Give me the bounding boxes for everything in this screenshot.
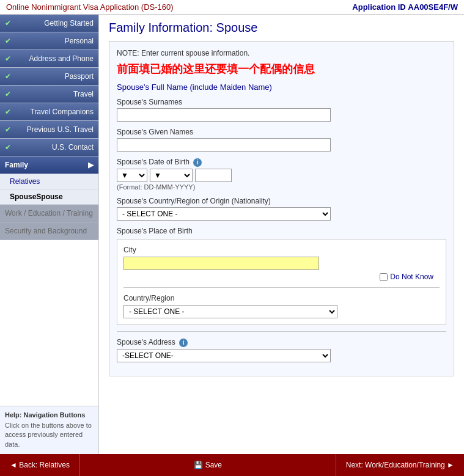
dob-month-select[interactable]: ▼ [150, 169, 193, 182]
main-layout: ✔ Getting Started ✔ Personal ✔ Address a… [0, 15, 464, 454]
help-text: Click on the buttons above to access pre… [5, 421, 94, 449]
sidebar-help: Help: Navigation Buttons Click on the bu… [0, 406, 98, 454]
sidebar-sub-label: Relatives [10, 177, 40, 186]
nationality-group: Spouse's Country/Region of Origin (Natio… [117, 197, 446, 221]
main-content: Family Information: Spouse NOTE: Enter c… [99, 15, 464, 454]
dob-row: ▼ ▼ [117, 169, 446, 182]
sidebar-item-getting-started[interactable]: ✔ Getting Started [0, 15, 98, 32]
page-title: Family Information: Spouse [109, 21, 454, 35]
sidebar-item-personal[interactable]: ✔ Personal [0, 32, 98, 50]
header: Online Nonimmigrant Visa Application (DS… [0, 0, 464, 15]
footer-nav: ◄ Back: Relatives 💾 Save Next: Work/Educ… [0, 454, 464, 476]
do-not-know-checkbox[interactable] [380, 273, 388, 281]
address-group: Spouse's Address i -SELECT ONE- [117, 338, 446, 362]
city-label: City [123, 246, 440, 254]
full-name-subtitle: Spouse's Full Name (include Maiden Name) [117, 82, 446, 92]
sidebar-sub-item-relatives[interactable]: Relatives [0, 174, 98, 189]
back-label: ◄ Back: Relatives [10, 461, 70, 469]
do-not-know-label: Do Not Know [390, 273, 433, 281]
check-icon: ✔ [5, 108, 11, 116]
nationality-label: Spouse's Country/Region of Origin (Natio… [117, 197, 446, 205]
address-select[interactable]: -SELECT ONE- [117, 349, 331, 362]
sidebar-item-label: Personal [65, 37, 94, 45]
dob-format: (Format: DD-MMM-YYYY) [117, 183, 446, 191]
sidebar-item-label: Previous U.S. Travel [27, 125, 94, 134]
save-icon: 💾 [194, 461, 203, 469]
check-icon: ✔ [5, 72, 11, 81]
check-icon: ✔ [5, 37, 11, 45]
given-names-group: Spouse's Given Names [117, 128, 446, 152]
sidebar-item-passport[interactable]: ✔ Passport [0, 68, 98, 86]
save-button[interactable]: 💾 Save [80, 461, 336, 469]
next-label: Next: Work/Education/Training ► [346, 461, 454, 469]
note-text: NOTE: Enter current spouse information. [117, 49, 446, 57]
sidebar-item-us-contact[interactable]: ✔ U.S. Contact [0, 139, 98, 156]
sidebar-item-label: Address and Phone [29, 54, 94, 63]
sidebar-item-travel[interactable]: ✔ Travel [0, 86, 98, 103]
sub-divider [123, 287, 440, 288]
sidebar-item-security-background: Security and Background [0, 222, 98, 240]
sidebar-item-label: U.S. Contact [52, 143, 94, 152]
nationality-select[interactable]: - SELECT ONE - [117, 207, 331, 221]
country-region-label: Country/Region [123, 294, 440, 302]
place-of-birth-label: Spouse's Place of Birth [117, 227, 446, 235]
header-app-id: Application ID AA00SE4F/W [352, 2, 458, 12]
header-title: Online Nonimmigrant Visa Application (DS… [6, 2, 174, 12]
back-button[interactable]: ◄ Back: Relatives [0, 454, 79, 476]
sidebar-item-work-education: Work / Education / Training [0, 205, 98, 222]
sidebar-disabled-label: Security and Background [5, 227, 87, 235]
app-id-label: Application ID [352, 2, 405, 12]
sidebar-item-address-phone[interactable]: ✔ Address and Phone [0, 50, 98, 68]
sidebar-item-label: Travel Companions [30, 108, 94, 116]
check-icon: ✔ [5, 143, 11, 152]
surnames-label: Spouse's Surnames [117, 98, 446, 106]
sidebar-sub-item-spouse[interactable]: SpouseSpouse [0, 189, 98, 205]
address-label: Spouse's Address i [117, 338, 446, 347]
app: Online Nonimmigrant Visa Application (DS… [0, 0, 464, 476]
given-names-label: Spouse's Given Names [117, 128, 446, 136]
sidebar-nav: ✔ Getting Started ✔ Personal ✔ Address a… [0, 15, 98, 400]
address-info-icon[interactable]: i [179, 339, 188, 347]
main-divider [117, 331, 446, 332]
place-of-birth-group: Spouse's Place of Birth City Do Not Know… [117, 227, 446, 325]
sidebar-disabled-label: Work / Education / Training [5, 209, 93, 218]
dob-day-select[interactable]: ▼ [117, 169, 147, 182]
sidebar-item-previous-us-travel[interactable]: ✔ Previous U.S. Travel [0, 121, 98, 139]
sidebar-item-label: Passport [65, 72, 94, 81]
dob-info-icon[interactable]: i [193, 158, 202, 167]
given-names-input[interactable] [117, 138, 331, 152]
do-not-know-row: Do Not Know [123, 273, 440, 281]
arrow-icon: ▶ [88, 161, 94, 169]
sidebar-item-label: Travel [73, 90, 94, 98]
dob-group: Spouse's Date of Birth i ▼ ▼ (Format: DD… [117, 158, 446, 191]
sidebar-sub-label: Spouse [10, 192, 36, 201]
check-icon: ✔ [5, 125, 11, 134]
surnames-group: Spouse's Surnames [117, 98, 446, 122]
surnames-input[interactable] [117, 108, 331, 122]
sidebar-sub-label-text: Spouse [36, 192, 62, 201]
country-region-select[interactable]: - SELECT ONE - [123, 305, 337, 318]
check-icon: ✔ [5, 54, 11, 63]
check-icon: ✔ [5, 19, 11, 27]
check-icon: ✔ [5, 90, 11, 98]
dob-label: Spouse's Date of Birth i [117, 158, 446, 167]
city-input[interactable] [123, 257, 319, 270]
app-id-value: AA00SE4F/W [408, 2, 458, 12]
sidebar-item-label: Getting Started [44, 19, 94, 27]
form-panel: NOTE: Enter current spouse information. … [109, 41, 454, 376]
sidebar: ✔ Getting Started ✔ Personal ✔ Address a… [0, 15, 99, 454]
sidebar-item-travel-companions[interactable]: ✔ Travel Companions [0, 103, 98, 121]
save-label: Save [205, 461, 222, 469]
place-of-birth-panel: City Do Not Know Country/Region - SELECT… [117, 239, 446, 325]
sidebar-family-label: Family [5, 161, 28, 169]
annotation-text: 前面填已婚的这里还要填一个配偶的信息 [117, 62, 446, 76]
sidebar-item-family[interactable]: Family ▶ [0, 156, 98, 174]
dob-year-input[interactable] [195, 169, 232, 182]
help-title: Help: Navigation Buttons [5, 411, 94, 419]
next-button[interactable]: Next: Work/Education/Training ► [336, 454, 464, 476]
